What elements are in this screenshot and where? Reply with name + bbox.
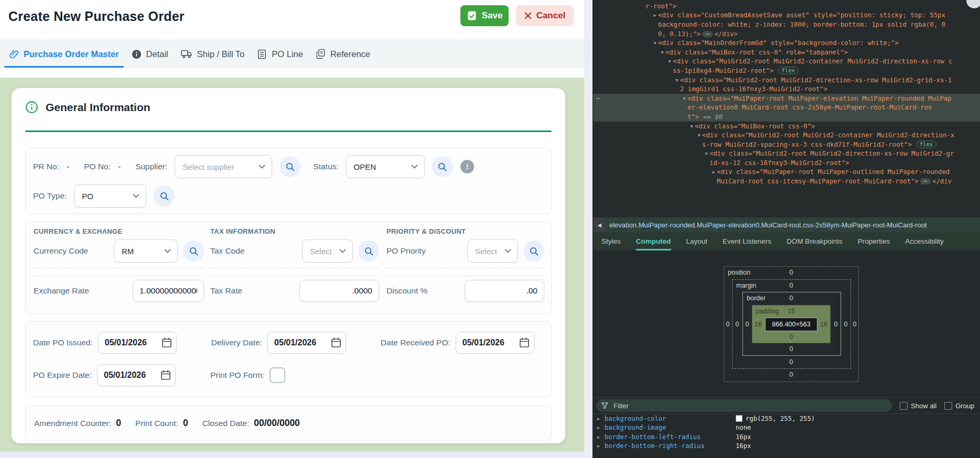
priority-column: PRIORITY & DISCOUNT PO Priority Select (386, 227, 544, 304)
margin-bottom-value: 0 (785, 358, 797, 366)
discount-input[interactable] (465, 280, 544, 302)
show-all-option: Show all (900, 402, 936, 410)
tab-detail[interactable]: Detail (132, 49, 168, 59)
dom-node[interactable]: background-color: white; z-index: 1000; … (593, 20, 980, 29)
tab-properties[interactable]: Properties (858, 232, 890, 250)
breadcrumb-back-button[interactable]: ◀ (593, 217, 606, 232)
dom-node[interactable]: ▼<div class="MuiGrid2-root MuiGrid2-cont… (593, 57, 980, 67)
screen: Create New Purchase Order Save Cancel Pu… (0, 0, 980, 458)
priority-search-button[interactable] (523, 241, 544, 261)
tab-purchase-order-master[interactable]: Purchase Order Master (8, 49, 119, 59)
po-type-select[interactable]: PO (74, 184, 146, 208)
tab-dom-breakpoints[interactable]: DOM Breakpoints (787, 232, 843, 250)
color-swatch[interactable] (736, 415, 742, 422)
tax-rate-input[interactable] (299, 280, 379, 302)
dates-fieldset: Date PO Issued: Delivery Date: Date Rece… (25, 321, 552, 397)
expand-arrow-icon: ▶ (597, 416, 605, 421)
property-row[interactable]: ▶ background-color rgb(255, 255, 255) (593, 414, 980, 423)
group-checkbox[interactable] (944, 402, 952, 410)
section-divider (25, 130, 552, 132)
flex-badge[interactable]: flex (778, 67, 799, 74)
dom-node[interactable]: ▼<div class="MuiBox-root css-0" role="ta… (593, 48, 980, 57)
dom-node-selected[interactable]: t">== $0 (593, 112, 980, 122)
property-row[interactable]: ▶ background-image none (593, 423, 980, 433)
padding-bottom-value: 0 (785, 333, 797, 341)
padding-label: padding (756, 308, 779, 315)
pr-no-value: - (67, 162, 69, 171)
collapse-arrow-icon: ▼ (688, 124, 695, 129)
search-icon (285, 162, 295, 172)
po-type-search-button[interactable] (154, 186, 175, 206)
more-content-icon[interactable]: ⋯ (702, 31, 713, 37)
currency-search-button[interactable] (183, 241, 204, 261)
property-row[interactable]: ▶ border-bottom-right-radius 16px (593, 442, 980, 451)
border-bottom-value: 0 (785, 345, 797, 353)
po-type-label: PO Type: (33, 191, 67, 201)
dom-node[interactable]: ▼<div class="MuiGrid2-root MuiGrid2-cont… (593, 130, 980, 140)
node-menu-icon[interactable]: ⋯ (596, 95, 600, 102)
property-value: rgb(255, 255, 255) (746, 415, 815, 422)
dom-node[interactable]: ▶<div class="MuiPaper-root MuiPaper-outl… (593, 168, 980, 177)
dom-node[interactable]: 2 imgGird1 css-16fnxy3-MuiGrid2-root"> (593, 84, 980, 94)
property-name: border-bottom-right-radius (605, 442, 736, 450)
dom-node-selected[interactable]: er-elevation0 MuiCard-root css-2s58ym-Mu… (593, 103, 980, 113)
flex-badge[interactable]: flex (916, 140, 936, 148)
status-select[interactable]: OPEN (346, 155, 425, 178)
po-priority-label: PO Priority (386, 246, 426, 256)
tab-computed[interactable]: Computed (636, 232, 671, 250)
box-model-diagram[interactable]: 866.400×563 position margin border paddi… (724, 266, 859, 382)
dom-node[interactable]: r-root"> (593, 2, 980, 11)
calendar-icon[interactable] (160, 369, 171, 383)
dom-node[interactable]: s-row MuiGrid2-spacing-xs-3 css-dkd71f-M… (593, 140, 980, 149)
property-row[interactable]: ▶ border-bottom-left-radius 16px (593, 432, 980, 442)
padding-left-value: 16 (752, 321, 764, 328)
print-po-form-checkbox[interactable] (270, 367, 285, 383)
currency-code-select[interactable]: RM (114, 239, 178, 263)
dom-node[interactable]: ▼<div class="MuiGrid2-root MuiGrid2-dire… (593, 149, 980, 159)
breadcrumb[interactable]: elevation.MuiPaper-rounded.MuiPaper-elev… (609, 221, 927, 229)
amendment-counter-value: 0 (116, 418, 121, 429)
tab-accessibility[interactable]: Accessibility (905, 232, 944, 250)
filter-field[interactable] (596, 399, 892, 412)
calendar-icon[interactable] (161, 337, 172, 350)
supplier-search-button[interactable] (279, 156, 300, 177)
tab-event-listeners[interactable]: Event Listeners (723, 232, 771, 250)
save-icon (467, 10, 477, 21)
po-priority-select[interactable]: Select (467, 239, 518, 263)
tab-styles[interactable]: Styles (601, 232, 621, 250)
dollar-zero-hint: == $0 (703, 113, 723, 121)
dom-node[interactable]: 0, 0.13);">⋯</div> (593, 29, 980, 39)
filter-bar: Show all Group (593, 397, 980, 414)
cancel-button[interactable]: Cancel (516, 5, 574, 26)
exchange-rate-input[interactable] (133, 280, 204, 302)
funnel-icon (601, 402, 608, 409)
page-scrollbar[interactable] (584, 0, 593, 458)
tab-layout[interactable]: Layout (686, 232, 708, 250)
tax-search-button[interactable] (358, 241, 379, 261)
filter-input[interactable] (612, 401, 845, 410)
dom-node[interactable]: MuiCard-root css-itcmsy-MuiPaper-root-Mu… (593, 177, 980, 186)
tax-code-select[interactable]: Select (302, 239, 353, 263)
dom-node-selected[interactable]: ⋯▼<div class="MuiPaper-root MuiPaper-ele… (593, 94, 980, 103)
dom-node[interactable]: ▼<div class="MuiBox-root css-0"> (593, 122, 980, 131)
tab-po-line[interactable]: PO Line (257, 49, 303, 59)
calendar-icon[interactable] (331, 337, 341, 350)
property-name: background-image (605, 424, 736, 431)
dom-node[interactable]: ▼<div class="MainOrderFromGd" style="bac… (593, 38, 980, 48)
save-button[interactable]: Save (460, 5, 509, 26)
tab-ship-bill-to[interactable]: Ship / Bill To (181, 49, 245, 59)
dom-node[interactable]: id-xs-12 css-16fnxy3-MuiGrid2-root"> (593, 158, 980, 168)
expand-arrow-icon: ▶ (710, 169, 717, 175)
show-all-checkbox[interactable] (900, 402, 908, 410)
info-icon (132, 49, 142, 59)
supplier-select[interactable]: Select supplier (175, 155, 272, 178)
more-content-icon[interactable]: ⋯ (920, 178, 931, 184)
dom-node[interactable]: ▶<div class="CustomBreadAssetSave asset"… (593, 11, 980, 20)
tab-label: PO Line (272, 49, 303, 59)
dom-node[interactable]: ss-1pi8xg4-MuiGrid2-root">flex (593, 66, 980, 75)
dom-node[interactable]: ▼<div class="MuiGrid2-root MuiGrid2-dire… (593, 75, 980, 85)
status-search-button[interactable] (432, 156, 453, 177)
calendar-icon[interactable] (519, 337, 530, 350)
tab-reference[interactable]: Reference (316, 49, 370, 59)
truck-icon (181, 49, 192, 59)
